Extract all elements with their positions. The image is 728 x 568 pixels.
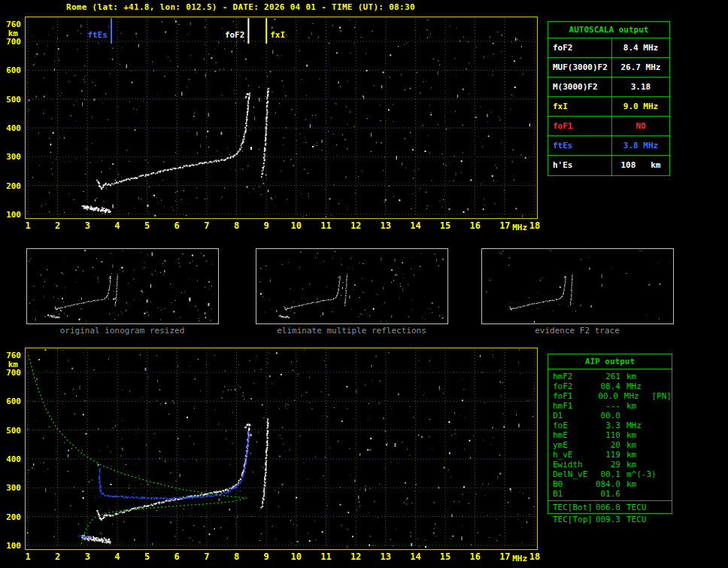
autoscala-output-title: AUTOSCALA output — [548, 22, 669, 38]
parameter-label: hmE — [548, 430, 595, 440]
svg-text:18: 18 — [529, 220, 540, 231]
aip-tec-top-row: TEC[Top]009.3TECU — [548, 515, 673, 524]
svg-text:fxI: fxI — [270, 30, 285, 40]
parameter-unit: m^(-3) — [620, 469, 655, 479]
aip-tec-bot-section: TEC[Bot]006.0TECU — [548, 500, 672, 513]
svg-text:16: 16 — [469, 220, 480, 231]
svg-text:13: 13 — [381, 551, 391, 562]
parameter-unit: km — [620, 372, 655, 381]
table-row-h_vE: h_vE119km — [548, 450, 672, 460]
parameter-unit — [620, 489, 655, 499]
svg-text:9: 9 — [264, 551, 269, 562]
table-row-foF1: foF1NO — [548, 117, 669, 136]
svg-text:200: 200 — [6, 512, 21, 522]
svg-text:500: 500 — [6, 95, 21, 105]
table-row-MUF(3000)F2: MUF(3000)F226.7 MHz — [548, 58, 669, 77]
svg-text:3: 3 — [85, 220, 90, 231]
svg-text:9: 9 — [264, 220, 269, 231]
aip-output-rows: hmF2261kmfoF208.4MHzfoF100.0MHz[PN]hmF1-… — [548, 369, 672, 499]
svg-text:3: 3 — [85, 551, 90, 562]
svg-text:12: 12 — [350, 551, 361, 562]
parameter-label: foE — [548, 421, 595, 430]
parameter-value: 00.0 — [593, 391, 618, 401]
table-row-D1: D100.0 — [548, 411, 672, 421]
svg-text:11: 11 — [320, 220, 331, 231]
parameter-value: 08.4 — [595, 381, 620, 391]
svg-text:14: 14 — [410, 220, 420, 231]
parameter-note — [655, 372, 672, 381]
parameter-unit: km — [620, 479, 655, 489]
parameter-label: M(3000)F2 — [548, 77, 612, 96]
parameter-unit — [620, 411, 655, 421]
svg-text:km: km — [8, 360, 19, 369]
parameter-label: h_vE — [548, 450, 595, 460]
autoscala-output-table: AUTOSCALA output foF28.4 MHzMUF(3000)F22… — [548, 21, 670, 176]
parameter-value: 3.3 — [595, 421, 620, 430]
thumbnail-caption-original: original ionogram resized — [26, 326, 218, 336]
svg-text:4: 4 — [114, 220, 120, 231]
svg-text:10: 10 — [291, 551, 302, 562]
parameter-label: foF1 — [548, 391, 593, 401]
svg-text:7: 7 — [204, 551, 209, 562]
trace-es-trace — [81, 535, 111, 545]
table-row-hmE: hmE110km — [548, 430, 672, 440]
table-row-TEC[Top]: TEC[Top]009.3TECU — [548, 515, 673, 524]
thumbnail-panel-1 — [256, 249, 448, 324]
table-row-foF2: foF28.4 MHz — [548, 38, 669, 58]
svg-text:km: km — [8, 29, 19, 38]
thumbnail-caption-multiples: eliminate multiple reflections — [256, 326, 447, 336]
parameter-label: foF2 — [548, 38, 612, 57]
parameter-note — [655, 469, 672, 479]
parameter-unit: km — [620, 430, 655, 440]
svg-text:400: 400 — [6, 454, 21, 464]
parameter-label: fxI — [548, 97, 612, 116]
svg-text:7: 7 — [204, 220, 209, 231]
svg-text:5: 5 — [144, 220, 150, 231]
svg-text:6: 6 — [174, 220, 180, 231]
parameter-value: 20 — [595, 440, 620, 450]
parameter-unit: km — [620, 401, 655, 411]
svg-text:5: 5 — [144, 551, 150, 562]
parameter-value: 01.6 — [595, 489, 620, 499]
parameter-label: B0 — [548, 479, 595, 489]
parameter-unit: km — [620, 450, 655, 460]
svg-text:15: 15 — [440, 551, 450, 562]
aip-output-table: AIP output hmF2261kmfoF208.4MHzfoF100.0M… — [548, 354, 672, 514]
parameter-label: foF1 — [548, 117, 612, 135]
svg-text:8: 8 — [234, 220, 239, 231]
thumbnail-panel-0 — [27, 249, 219, 324]
parameter-note — [655, 489, 672, 499]
trace-f-trace-x-mode- — [260, 418, 268, 509]
table-row-TEC[Bot]: TEC[Bot]006.0TECU — [548, 503, 672, 512]
table-row-M(3000)F2: M(3000)F23.18 — [548, 77, 669, 97]
parameter-value: --- — [595, 401, 620, 411]
svg-text:foF2: foF2 — [225, 30, 245, 40]
svg-text:2: 2 — [55, 220, 60, 231]
trace-f-trace-o-mode- — [96, 93, 250, 190]
svg-text:16: 16 — [469, 551, 480, 562]
parameter-label: MUF(3000)F2 — [548, 58, 612, 77]
parameter-note — [655, 381, 672, 391]
parameter-value: 3.18 — [612, 77, 669, 96]
thumbnail-caption-f2trace: evidence F2 trace — [481, 326, 673, 336]
svg-text:11: 11 — [320, 551, 331, 562]
axis-labels: 123456789101112131415161718MHz1002003004… — [6, 351, 540, 563]
parameter-value: 8.4 MHz — [612, 38, 669, 57]
svg-text:2: 2 — [55, 551, 60, 562]
parameter-note — [655, 460, 672, 469]
ionogram-top-plot: 123456789101112131415161718MHz1002003004… — [6, 17, 540, 233]
parameter-value: 261 — [595, 372, 620, 381]
parameter-value: 00.1 — [595, 469, 620, 479]
svg-text:6: 6 — [174, 551, 180, 562]
autoscala-output-rows: foF28.4 MHzMUF(3000)F226.7 MHzM(3000)F23… — [548, 38, 669, 175]
table-row-fxI: fxI9.0 MHz — [548, 97, 669, 117]
svg-text:200: 200 — [6, 181, 21, 191]
parameter-note — [655, 440, 672, 450]
table-row-hmF2: hmF2261km — [548, 372, 672, 381]
svg-text:1: 1 — [25, 220, 30, 231]
parameter-value: 9.0 MHz — [612, 97, 669, 116]
table-row-Ewidth: Ewidth29km — [548, 460, 672, 469]
parameter-note — [655, 411, 672, 421]
noise-dots — [27, 349, 535, 549]
table-row-DelN_vE: DelN_vE00.1m^(-3) — [548, 469, 672, 479]
